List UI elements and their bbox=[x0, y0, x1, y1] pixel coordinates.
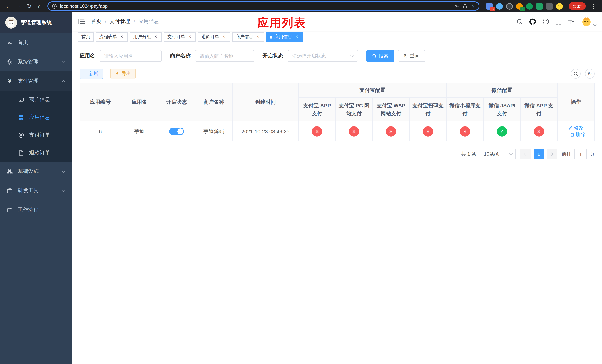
tab-home[interactable]: 首页 bbox=[78, 32, 94, 42]
sidebar-item-infrastructure[interactable]: 基础设施 bbox=[0, 162, 72, 181]
tab-merchant-info[interactable]: 商户信息 × bbox=[232, 32, 264, 42]
app-name-input[interactable] bbox=[100, 50, 162, 62]
user-avatar[interactable] bbox=[581, 16, 596, 27]
disabled-icon: × bbox=[312, 126, 322, 137]
browser-chrome: ← → ↻ ⌂ localhost:1024/pay/app ☆ 10 1 bbox=[0, 0, 602, 12]
table-toolbar: + 新增 导出 ↻ bbox=[80, 68, 595, 79]
col-header-wx-jsapi: 微信 JSAPI 支付 bbox=[484, 97, 521, 121]
delete-link[interactable]: 删除 bbox=[570, 131, 585, 138]
tab-refund-order[interactable]: 退款订单 × bbox=[198, 32, 230, 42]
merchant-name-input[interactable] bbox=[195, 50, 254, 62]
extension-icon[interactable]: 1 bbox=[516, 3, 523, 10]
address-bar[interactable]: localhost:1024/pay/app ☆ bbox=[47, 1, 479, 11]
search-button[interactable]: 搜索 bbox=[366, 50, 394, 62]
close-icon[interactable]: × bbox=[221, 34, 226, 40]
jump-page-input[interactable] bbox=[574, 149, 587, 159]
sidebar-item-label: 退款订单 bbox=[29, 150, 66, 156]
close-icon[interactable]: × bbox=[187, 34, 193, 40]
extension-icon[interactable] bbox=[506, 3, 513, 10]
page-number-current[interactable]: 1 bbox=[534, 149, 544, 159]
cell-app-id: 6 bbox=[80, 121, 121, 141]
page-size-select[interactable]: 10条/页 bbox=[481, 149, 516, 159]
extension-icon[interactable] bbox=[526, 3, 533, 10]
extension-icon[interactable] bbox=[496, 3, 503, 10]
pager: 1 bbox=[520, 149, 557, 159]
export-button-label: 导出 bbox=[122, 71, 131, 77]
sidebar-item-merchant-info[interactable]: 商户信息 bbox=[0, 91, 72, 108]
close-icon[interactable]: × bbox=[119, 34, 124, 40]
fullscreen-icon[interactable] bbox=[555, 18, 562, 25]
app-logo-row[interactable]: 芋道管理系统 bbox=[0, 12, 72, 33]
prev-page-button[interactable] bbox=[520, 149, 531, 159]
status-toggle[interactable] bbox=[169, 128, 184, 135]
breadcrumb-item[interactable]: 支付管理 bbox=[110, 18, 130, 25]
font-size-icon[interactable] bbox=[568, 18, 575, 25]
chevron-down-icon bbox=[62, 59, 65, 63]
password-key-icon[interactable] bbox=[454, 3, 460, 9]
help-icon[interactable] bbox=[542, 18, 549, 25]
col-header-alipay-pc: 支付宝 PC 网站支付 bbox=[336, 97, 373, 121]
document-icon bbox=[18, 150, 24, 156]
refresh-table-button[interactable]: ↻ bbox=[585, 69, 595, 78]
github-icon[interactable] bbox=[529, 18, 536, 25]
emoji-avatar-icon[interactable] bbox=[556, 3, 563, 10]
close-icon[interactable]: × bbox=[153, 34, 159, 40]
puzzle-extension-icon[interactable] bbox=[546, 3, 553, 10]
tags-view: 首页 流程表单 × 用户分组 × 支付订单 × 退款订单 × 商户信息 × bbox=[72, 31, 602, 43]
chevron-down-icon bbox=[62, 169, 65, 172]
extension-icon[interactable] bbox=[536, 3, 543, 10]
sidebar-item-workflow[interactable]: 工作流程 bbox=[0, 200, 72, 220]
tab-label: 流程表单 bbox=[99, 34, 117, 40]
export-button[interactable]: 导出 bbox=[110, 68, 136, 79]
url-text: localhost:1024/pay/app bbox=[60, 3, 452, 9]
forward-icon[interactable]: → bbox=[14, 1, 24, 11]
select-placeholder: 请选择开启状态 bbox=[292, 53, 326, 59]
tab-user-group[interactable]: 用户分组 × bbox=[130, 32, 162, 42]
hamburger-icon[interactable] bbox=[78, 18, 85, 25]
form-item-app-name: 应用名 bbox=[80, 50, 162, 62]
sidebar-item-payment[interactable]: ￥ 支付管理 bbox=[0, 72, 72, 91]
tab-flow-form[interactable]: 流程表单 × bbox=[96, 32, 128, 42]
sidebar-item-system[interactable]: 系统管理 bbox=[0, 52, 72, 72]
jump-prefix-label: 前往 bbox=[562, 151, 571, 157]
sidebar-item-dev-tools[interactable]: 研发工具 bbox=[0, 181, 72, 200]
update-button[interactable]: 更新 bbox=[569, 2, 586, 10]
reload-icon[interactable]: ↻ bbox=[24, 1, 34, 11]
cell-alipay-app: × bbox=[299, 121, 336, 141]
add-button[interactable]: + 新增 bbox=[80, 68, 103, 79]
tab-app-info-active[interactable]: 应用信息 × bbox=[266, 32, 303, 42]
tab-pay-order[interactable]: 支付订单 × bbox=[164, 32, 196, 42]
refresh-icon: ↻ bbox=[404, 53, 408, 59]
bookmark-star-icon[interactable]: ☆ bbox=[471, 3, 475, 9]
extension-icon[interactable]: 10 bbox=[486, 3, 493, 10]
close-icon[interactable]: × bbox=[255, 34, 261, 40]
toggle-search-button[interactable] bbox=[571, 69, 580, 78]
status-select[interactable]: 请选择开启状态 bbox=[288, 50, 358, 62]
reset-button[interactable]: ↻ 重置 bbox=[398, 50, 425, 62]
back-icon[interactable]: ← bbox=[4, 1, 13, 11]
avatar-emoji bbox=[581, 16, 592, 27]
site-info-icon[interactable] bbox=[52, 3, 57, 9]
chevron-up-icon bbox=[62, 80, 65, 84]
sidebar-item-app-info[interactable]: 应用信息 bbox=[0, 108, 72, 126]
next-page-button[interactable] bbox=[547, 149, 557, 159]
close-icon[interactable]: × bbox=[294, 34, 300, 40]
sidebar-item-home[interactable]: 首页 bbox=[0, 33, 72, 52]
plus-icon: + bbox=[85, 71, 87, 76]
chevron-down-icon bbox=[350, 53, 354, 57]
browser-menu-icon[interactable]: ⋮ bbox=[589, 1, 598, 11]
app-title: 芋道管理系统 bbox=[21, 19, 52, 26]
sidebar-item-refund-order[interactable]: 退款订单 bbox=[0, 144, 72, 162]
form-item-status: 开启状态 请选择开启状态 bbox=[262, 50, 358, 62]
sidebar-item-label: 研发工具 bbox=[18, 187, 57, 194]
col-header-actions: 操作 bbox=[557, 83, 594, 121]
col-header-app-id: 应用编号 bbox=[80, 83, 121, 121]
tab-label: 支付订单 bbox=[167, 34, 185, 40]
sidebar-item-pay-order[interactable]: 支付订单 bbox=[0, 126, 72, 144]
screen: ← → ↻ ⌂ localhost:1024/pay/app ☆ 10 1 bbox=[0, 0, 602, 364]
home-icon[interactable]: ⌂ bbox=[35, 1, 44, 11]
edit-link[interactable]: 修改 bbox=[568, 125, 583, 131]
search-icon[interactable] bbox=[516, 18, 523, 25]
breadcrumb-item[interactable]: 首页 bbox=[91, 18, 101, 25]
share-icon[interactable] bbox=[462, 3, 468, 9]
